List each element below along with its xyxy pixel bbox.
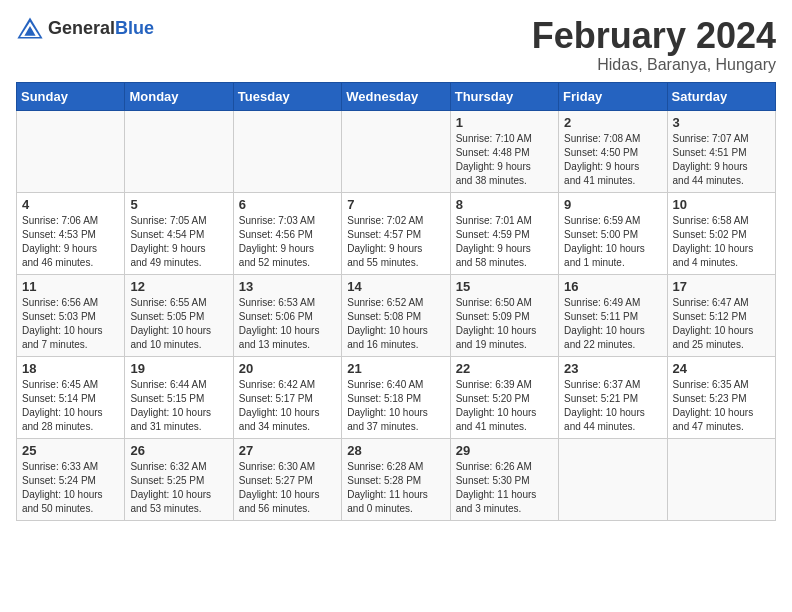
day-info: Sunrise: 6:32 AM Sunset: 5:25 PM Dayligh… — [130, 460, 227, 516]
calendar-cell — [559, 438, 667, 520]
day-number: 29 — [456, 443, 553, 458]
calendar-cell: 29Sunrise: 6:26 AM Sunset: 5:30 PM Dayli… — [450, 438, 558, 520]
day-number: 15 — [456, 279, 553, 294]
day-info: Sunrise: 7:01 AM Sunset: 4:59 PM Dayligh… — [456, 214, 553, 270]
calendar-cell — [233, 110, 341, 192]
day-info: Sunrise: 6:42 AM Sunset: 5:17 PM Dayligh… — [239, 378, 336, 434]
day-number: 25 — [22, 443, 119, 458]
calendar-cell: 20Sunrise: 6:42 AM Sunset: 5:17 PM Dayli… — [233, 356, 341, 438]
day-number: 17 — [673, 279, 770, 294]
calendar-cell: 13Sunrise: 6:53 AM Sunset: 5:06 PM Dayli… — [233, 274, 341, 356]
day-info: Sunrise: 6:35 AM Sunset: 5:23 PM Dayligh… — [673, 378, 770, 434]
day-info: Sunrise: 7:06 AM Sunset: 4:53 PM Dayligh… — [22, 214, 119, 270]
calendar-cell: 10Sunrise: 6:58 AM Sunset: 5:02 PM Dayli… — [667, 192, 775, 274]
calendar-cell: 9Sunrise: 6:59 AM Sunset: 5:00 PM Daylig… — [559, 192, 667, 274]
day-info: Sunrise: 6:49 AM Sunset: 5:11 PM Dayligh… — [564, 296, 661, 352]
page-header: GeneralBlue February 2024 Hidas, Baranya… — [16, 16, 776, 74]
day-number: 12 — [130, 279, 227, 294]
calendar-cell — [342, 110, 450, 192]
day-number: 5 — [130, 197, 227, 212]
title-block: February 2024 Hidas, Baranya, Hungary — [532, 16, 776, 74]
day-number: 11 — [22, 279, 119, 294]
day-number: 9 — [564, 197, 661, 212]
day-info: Sunrise: 7:03 AM Sunset: 4:56 PM Dayligh… — [239, 214, 336, 270]
calendar-cell — [17, 110, 125, 192]
day-number: 7 — [347, 197, 444, 212]
day-info: Sunrise: 6:52 AM Sunset: 5:08 PM Dayligh… — [347, 296, 444, 352]
day-number: 22 — [456, 361, 553, 376]
calendar-body: 1Sunrise: 7:10 AM Sunset: 4:48 PM Daylig… — [17, 110, 776, 520]
calendar-cell: 7Sunrise: 7:02 AM Sunset: 4:57 PM Daylig… — [342, 192, 450, 274]
day-number: 26 — [130, 443, 227, 458]
generalblue-logo-icon — [16, 16, 44, 40]
calendar-week-4: 18Sunrise: 6:45 AM Sunset: 5:14 PM Dayli… — [17, 356, 776, 438]
calendar-cell: 15Sunrise: 6:50 AM Sunset: 5:09 PM Dayli… — [450, 274, 558, 356]
day-info: Sunrise: 7:08 AM Sunset: 4:50 PM Dayligh… — [564, 132, 661, 188]
day-info: Sunrise: 6:59 AM Sunset: 5:00 PM Dayligh… — [564, 214, 661, 270]
calendar-cell: 28Sunrise: 6:28 AM Sunset: 5:28 PM Dayli… — [342, 438, 450, 520]
day-number: 23 — [564, 361, 661, 376]
day-info: Sunrise: 7:10 AM Sunset: 4:48 PM Dayligh… — [456, 132, 553, 188]
day-info: Sunrise: 7:02 AM Sunset: 4:57 PM Dayligh… — [347, 214, 444, 270]
calendar-cell: 19Sunrise: 6:44 AM Sunset: 5:15 PM Dayli… — [125, 356, 233, 438]
logo-blue: Blue — [115, 18, 154, 38]
day-number: 21 — [347, 361, 444, 376]
calendar-cell: 11Sunrise: 6:56 AM Sunset: 5:03 PM Dayli… — [17, 274, 125, 356]
day-of-week-tuesday: Tuesday — [233, 82, 341, 110]
day-number: 10 — [673, 197, 770, 212]
calendar-cell — [125, 110, 233, 192]
logo-general: General — [48, 18, 115, 38]
day-info: Sunrise: 6:45 AM Sunset: 5:14 PM Dayligh… — [22, 378, 119, 434]
day-number: 27 — [239, 443, 336, 458]
day-info: Sunrise: 6:55 AM Sunset: 5:05 PM Dayligh… — [130, 296, 227, 352]
day-of-week-wednesday: Wednesday — [342, 82, 450, 110]
logo-text: GeneralBlue — [48, 18, 154, 39]
calendar-cell: 26Sunrise: 6:32 AM Sunset: 5:25 PM Dayli… — [125, 438, 233, 520]
day-info: Sunrise: 6:28 AM Sunset: 5:28 PM Dayligh… — [347, 460, 444, 516]
day-number: 28 — [347, 443, 444, 458]
day-number: 13 — [239, 279, 336, 294]
calendar-cell: 3Sunrise: 7:07 AM Sunset: 4:51 PM Daylig… — [667, 110, 775, 192]
calendar-week-1: 1Sunrise: 7:10 AM Sunset: 4:48 PM Daylig… — [17, 110, 776, 192]
day-number: 8 — [456, 197, 553, 212]
calendar-cell: 4Sunrise: 7:06 AM Sunset: 4:53 PM Daylig… — [17, 192, 125, 274]
calendar-week-5: 25Sunrise: 6:33 AM Sunset: 5:24 PM Dayli… — [17, 438, 776, 520]
day-of-week-saturday: Saturday — [667, 82, 775, 110]
calendar-cell: 27Sunrise: 6:30 AM Sunset: 5:27 PM Dayli… — [233, 438, 341, 520]
calendar-cell: 23Sunrise: 6:37 AM Sunset: 5:21 PM Dayli… — [559, 356, 667, 438]
day-info: Sunrise: 6:33 AM Sunset: 5:24 PM Dayligh… — [22, 460, 119, 516]
day-info: Sunrise: 6:37 AM Sunset: 5:21 PM Dayligh… — [564, 378, 661, 434]
calendar-cell: 18Sunrise: 6:45 AM Sunset: 5:14 PM Dayli… — [17, 356, 125, 438]
calendar-cell: 6Sunrise: 7:03 AM Sunset: 4:56 PM Daylig… — [233, 192, 341, 274]
day-info: Sunrise: 6:30 AM Sunset: 5:27 PM Dayligh… — [239, 460, 336, 516]
calendar-week-2: 4Sunrise: 7:06 AM Sunset: 4:53 PM Daylig… — [17, 192, 776, 274]
day-number: 1 — [456, 115, 553, 130]
days-of-week-row: SundayMondayTuesdayWednesdayThursdayFrid… — [17, 82, 776, 110]
day-number: 16 — [564, 279, 661, 294]
day-info: Sunrise: 6:26 AM Sunset: 5:30 PM Dayligh… — [456, 460, 553, 516]
calendar-cell: 21Sunrise: 6:40 AM Sunset: 5:18 PM Dayli… — [342, 356, 450, 438]
calendar-cell: 12Sunrise: 6:55 AM Sunset: 5:05 PM Dayli… — [125, 274, 233, 356]
calendar-title: February 2024 — [532, 16, 776, 56]
calendar-cell: 24Sunrise: 6:35 AM Sunset: 5:23 PM Dayli… — [667, 356, 775, 438]
day-number: 24 — [673, 361, 770, 376]
day-info: Sunrise: 6:47 AM Sunset: 5:12 PM Dayligh… — [673, 296, 770, 352]
day-info: Sunrise: 6:58 AM Sunset: 5:02 PM Dayligh… — [673, 214, 770, 270]
day-info: Sunrise: 6:44 AM Sunset: 5:15 PM Dayligh… — [130, 378, 227, 434]
day-of-week-monday: Monday — [125, 82, 233, 110]
day-number: 2 — [564, 115, 661, 130]
calendar-cell: 25Sunrise: 6:33 AM Sunset: 5:24 PM Dayli… — [17, 438, 125, 520]
calendar-subtitle: Hidas, Baranya, Hungary — [532, 56, 776, 74]
calendar-cell: 2Sunrise: 7:08 AM Sunset: 4:50 PM Daylig… — [559, 110, 667, 192]
calendar-header: SundayMondayTuesdayWednesdayThursdayFrid… — [17, 82, 776, 110]
day-number: 4 — [22, 197, 119, 212]
day-number: 19 — [130, 361, 227, 376]
day-number: 3 — [673, 115, 770, 130]
day-number: 18 — [22, 361, 119, 376]
day-info: Sunrise: 7:05 AM Sunset: 4:54 PM Dayligh… — [130, 214, 227, 270]
day-of-week-friday: Friday — [559, 82, 667, 110]
calendar-table: SundayMondayTuesdayWednesdayThursdayFrid… — [16, 82, 776, 521]
calendar-cell: 17Sunrise: 6:47 AM Sunset: 5:12 PM Dayli… — [667, 274, 775, 356]
calendar-cell: 14Sunrise: 6:52 AM Sunset: 5:08 PM Dayli… — [342, 274, 450, 356]
day-info: Sunrise: 6:53 AM Sunset: 5:06 PM Dayligh… — [239, 296, 336, 352]
